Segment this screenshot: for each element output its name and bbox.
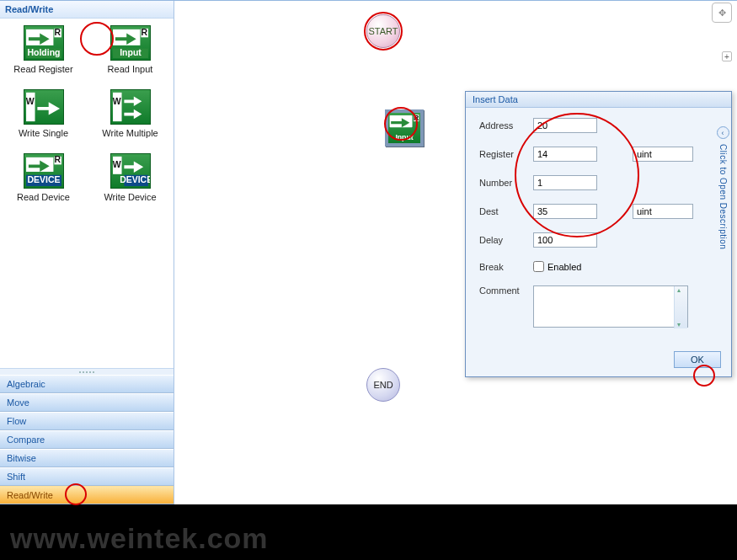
write-device-icon: WDEVICE — [110, 153, 151, 189]
svg-text:R: R — [54, 155, 61, 164]
break-checkbox[interactable] — [533, 261, 544, 272]
enabled-label: Enabled — [547, 262, 581, 272]
write-single-icon: W — [24, 89, 64, 125]
sidebar: Read/Write RHoldingRead RegisterRInputRe… — [0, 1, 174, 504]
svg-text:W: W — [112, 160, 120, 169]
tool-label: Read Input — [108, 64, 153, 74]
plus-button[interactable]: + — [722, 51, 732, 61]
comment-textarea[interactable] — [533, 285, 688, 328]
insert-data-dialog: Insert Data ‹ Click to Open Description … — [465, 91, 732, 377]
svg-text:R: R — [414, 114, 419, 122]
category-readwrite[interactable]: Read/Write — [0, 486, 174, 504]
svg-text:Holding: Holding — [27, 48, 60, 57]
category-flow[interactable]: Flow — [0, 412, 174, 430]
ok-button[interactable]: OK — [674, 351, 721, 368]
dialog-title: Insert Data — [466, 92, 731, 108]
address-field[interactable] — [533, 118, 597, 133]
category-move[interactable]: Move — [0, 393, 174, 412]
read-register-icon: RHolding — [24, 25, 64, 61]
start-node[interactable]: START — [366, 14, 400, 48]
svg-text:W: W — [112, 97, 120, 106]
tool-read-device[interactable]: RDEVICERead Device — [10, 153, 77, 202]
svg-text:Input: Input — [395, 133, 413, 141]
svg-text:W: W — [25, 97, 34, 106]
watermark-text: www.weintek.com — [10, 522, 269, 555]
register-label: Register — [479, 149, 533, 159]
chevron-left-icon[interactable]: ‹ — [717, 126, 729, 139]
svg-text:Input: Input — [120, 48, 142, 57]
tool-write-single[interactable]: WWrite Single — [10, 89, 77, 138]
address-label: Address — [479, 120, 533, 131]
tool-write-device[interactable]: WDEVICEWrite Device — [97, 153, 164, 202]
tool-write-multiple[interactable]: WWrite Multiple — [97, 89, 164, 138]
comment-label: Comment — [479, 285, 533, 296]
svg-text:R: R — [54, 28, 61, 37]
read-input-icon: RInput — [110, 25, 151, 61]
category-algebraic[interactable]: Algebraic — [0, 375, 174, 393]
start-label: START — [368, 26, 398, 36]
delay-field[interactable] — [533, 232, 597, 248]
svg-text:R: R — [141, 28, 147, 37]
category-compare[interactable]: Compare — [0, 430, 174, 449]
canvas[interactable]: ✥ + START R Input END Insert Data — [174, 1, 737, 504]
tool-label: Write Single — [19, 128, 68, 138]
svg-text:DEVICE: DEVICE — [27, 175, 60, 184]
break-label: Break — [479, 262, 533, 272]
dest-type-select[interactable]: uint — [633, 204, 693, 219]
sidebar-resize-handle[interactable] — [0, 369, 174, 375]
dest-label: Dest — [479, 206, 533, 216]
watermark-bar: www.weintek.com — [0, 504, 737, 560]
scrollbar[interactable] — [674, 286, 687, 328]
description-toggle[interactable]: ‹ Click to Open Description — [716, 126, 729, 379]
svg-rect-24 — [390, 115, 413, 127]
tool-read-input[interactable]: RInputRead Input — [97, 25, 164, 74]
end-node[interactable]: END — [366, 368, 400, 402]
sidebar-header: Read/Write — [0, 1, 174, 19]
read-input-node[interactable]: R Input — [385, 109, 424, 147]
svg-text:DEVICE: DEVICE — [120, 175, 150, 184]
category-shift[interactable]: Shift — [0, 467, 174, 486]
end-label: END — [373, 380, 393, 390]
tool-label: Write Device — [104, 192, 156, 202]
category-bitwise[interactable]: Bitwise — [0, 449, 174, 467]
tool-label: Read Register — [13, 64, 72, 74]
number-label: Number — [479, 178, 533, 188]
tool-label: Read Device — [17, 192, 70, 202]
write-multiple-icon: W — [110, 89, 151, 125]
delay-label: Delay — [479, 235, 533, 245]
tool-label: Write Multiple — [102, 128, 158, 138]
register-field[interactable] — [533, 147, 597, 162]
tool-read-register[interactable]: RHoldingRead Register — [10, 25, 77, 74]
read-device-icon: RDEVICE — [24, 153, 64, 189]
dest-select[interactable]: 35 — [533, 204, 597, 219]
fit-view-icon[interactable]: ✥ — [712, 3, 732, 23]
sidebar-tools: RHoldingRead RegisterRInputRead InputWWr… — [0, 19, 174, 369]
number-field[interactable] — [533, 175, 597, 190]
read-input-icon: R Input — [388, 113, 420, 143]
register-type-select[interactable]: uint — [633, 147, 693, 162]
